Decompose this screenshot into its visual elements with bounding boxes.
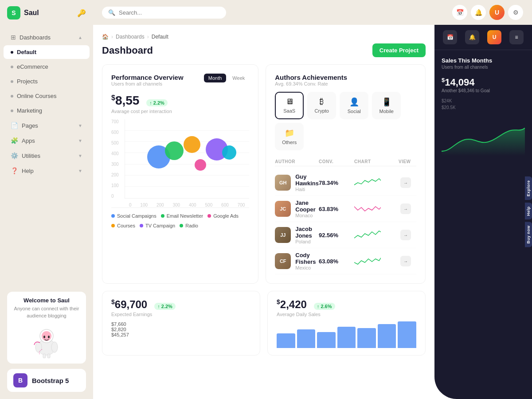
metric-label: Avarage cost per interaction <box>111 109 249 114</box>
user-dark-avatar[interactable]: U <box>487 30 501 44</box>
author-country: Haiti <box>295 187 319 192</box>
author-name: Jacob Jones <box>295 226 319 239</box>
category-tabs: 🖥 SaaS ₿ Crypto 👤 Social 📱 <box>275 92 416 150</box>
calendar-button[interactable]: 📅 <box>452 5 467 20</box>
svg-point-3 <box>43 336 45 338</box>
period-week-button[interactable]: Week <box>228 74 249 82</box>
cat-tab-crypto[interactable]: ₿ Crypto <box>307 92 336 119</box>
view-button[interactable]: → <box>400 177 411 188</box>
arrow-icon: ▼ <box>78 123 82 128</box>
authors-card: Authors Achievements Avg. 69.34% Conv. R… <box>266 64 426 284</box>
author-chart <box>354 202 399 215</box>
menu-dark-button[interactable]: ≡ <box>509 30 524 44</box>
welcome-title: Welcome to Saul <box>12 297 81 304</box>
breadcrumb-dashboards[interactable]: Dashboards <box>116 34 145 40</box>
chart-x-labels: 0 100 200 300 400 500 600 700 <box>125 203 249 207</box>
author-country: Monaco <box>295 213 319 218</box>
buy-now-button[interactable]: Buy now <box>525 222 532 247</box>
sidebar-item-default[interactable]: Default <box>4 45 90 59</box>
chart-area <box>125 119 249 199</box>
svg-rect-7 <box>43 354 46 358</box>
topbar: 🔍 📅 🔔 U ⚙ <box>93 0 532 25</box>
notification-dark-button[interactable]: 🔔 <box>465 30 479 44</box>
cat-tab-social[interactable]: 👤 Social <box>340 92 368 119</box>
sidebar-item-projects[interactable]: Projects <box>4 74 90 88</box>
calendar-dark-button[interactable]: 📅 <box>443 30 457 44</box>
bootstrap-icon: B <box>13 373 27 387</box>
sidebar-item-online-courses[interactable]: Online Courses <box>4 89 90 103</box>
author-avatar: JC <box>275 201 291 217</box>
legend-radio: Radio <box>180 223 198 228</box>
cat-tab-saas[interactable]: 🖥 SaaS <box>275 92 304 119</box>
sales-y1: $24K <box>442 98 525 103</box>
page-main: 🏠 › Dashboards › Default Dashboard Creat… <box>93 25 434 399</box>
saas-icon: 🖥 <box>286 97 293 106</box>
daily-sales-label: Average Daily Sales <box>277 312 416 317</box>
svg-rect-8 <box>47 354 50 358</box>
apps-icon: 🧩 <box>11 137 18 144</box>
chart-y-labels: 700 600 500 400 300 200 100 0 <box>111 119 119 199</box>
create-project-button[interactable]: Create Project <box>372 43 426 57</box>
cat-tab-others[interactable]: 📁 Others <box>275 123 304 150</box>
author-chart <box>354 254 399 268</box>
breadcrumb-home[interactable]: 🏠 <box>102 34 109 40</box>
svg-point-2 <box>42 331 51 341</box>
author-country: Poland <box>295 239 319 244</box>
sales-y2: $20.5K <box>442 105 525 110</box>
bootstrap-label: Bootstrap 5 <box>32 377 69 384</box>
search-icon: 🔍 <box>108 9 115 16</box>
period-month-button[interactable]: Month <box>204 74 227 82</box>
welcome-card: Welcome to Saul Anyone can connect with … <box>7 292 86 364</box>
bubble-courses <box>195 159 206 171</box>
sidebar-item-apps[interactable]: 🧩 Apps ▼ <box>4 133 90 148</box>
author-country: Mexico <box>295 265 319 270</box>
authors-subtitle: Avg. 69.34% Conv. Rate <box>275 81 416 86</box>
arrow-icon: ▲ <box>78 35 82 40</box>
earnings-label: Expected Earnings <box>111 312 251 317</box>
bell-button[interactable]: 🔔 <box>471 5 486 20</box>
view-button[interactable]: → <box>400 230 411 240</box>
perf-subtitle: Users from all channels <box>111 81 184 86</box>
svg-point-4 <box>48 336 50 338</box>
sidebar-item-utilities[interactable]: ⚙️ Utilities ▼ <box>4 149 90 163</box>
right-panel: 📅 🔔 U ≡ Sales This Months Users from all… <box>434 25 532 399</box>
nav-dot <box>11 110 13 112</box>
active-dot <box>11 51 13 54</box>
sidebar-item-ecommerce[interactable]: eCommerce <box>4 60 90 74</box>
cat-tab-mobile[interactable]: 📱 Mobile <box>372 92 401 119</box>
view-button[interactable]: → <box>400 256 411 266</box>
search-box[interactable]: 🔍 <box>102 7 226 19</box>
author-info: CF Cody Fishers Mexico <box>275 252 319 270</box>
author-avatar: JJ <box>275 227 291 243</box>
help-button[interactable]: Help <box>525 203 532 219</box>
utilities-icon: ⚙️ <box>11 152 18 159</box>
search-input[interactable] <box>119 9 220 16</box>
performance-card: Performance Overview Users from all chan… <box>102 64 258 284</box>
mobile-icon: 📱 <box>382 97 391 107</box>
help-icon: ❓ <box>11 167 18 174</box>
page-title: Dashboard <box>102 45 153 56</box>
user-avatar[interactable]: U <box>489 5 505 20</box>
author-info: JC Jane Cooper Monaco <box>275 200 319 218</box>
back-icon[interactable]: 🔑 <box>77 9 86 17</box>
earnings-value: $69,700 <box>111 298 147 311</box>
chart-legend: Social Campaigns Email Newsletter Google… <box>111 213 249 228</box>
bar-chart <box>239 321 251 344</box>
sidebar-item-marketing[interactable]: Marketing <box>4 104 90 117</box>
page-content: 🏠 › Dashboards › Default Dashboard Creat… <box>93 25 532 399</box>
view-button[interactable]: → <box>400 203 411 214</box>
svg-point-5 <box>35 342 42 352</box>
explore-button[interactable]: Explore <box>525 176 532 200</box>
legend-google: Google Ads <box>207 213 239 219</box>
sidebar-nav: ⊞ Dashboards ▲ Default eCommerce Project… <box>0 26 93 285</box>
sidebar-item-dashboards[interactable]: ⊞ Dashboards ▲ <box>4 30 90 44</box>
settings-button[interactable]: ⚙ <box>508 5 523 20</box>
authors-table-header: AUTHOR CONV. CHART VIEW <box>275 157 416 166</box>
sidebar: S Saul 🔑 ⊞ Dashboards ▲ Default eCommerc… <box>0 0 93 399</box>
others-icon: 📁 <box>285 128 294 138</box>
breadcrumb: 🏠 › Dashboards › Default <box>102 34 426 40</box>
period-toggle: Month Week <box>204 74 250 82</box>
bubble-radio <box>222 145 236 160</box>
sidebar-item-pages[interactable]: 📄 Pages ▼ <box>4 118 90 133</box>
sidebar-item-help[interactable]: ❓ Help ▼ <box>4 164 90 178</box>
